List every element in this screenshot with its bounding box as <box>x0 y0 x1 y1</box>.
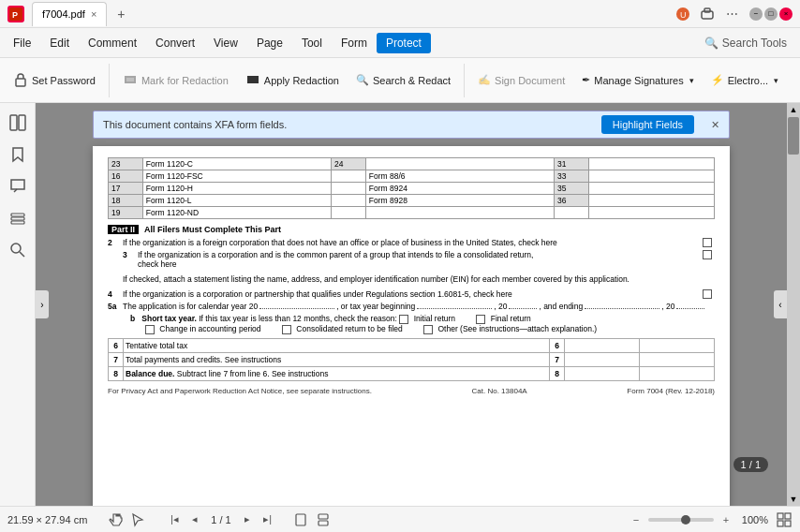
continuous-page-button[interactable] <box>314 510 333 529</box>
zoom-thumb <box>681 515 690 525</box>
close-button[interactable]: × <box>779 7 793 21</box>
svg-rect-13 <box>11 217 24 220</box>
mark-redaction-button[interactable]: Mark for Redaction <box>115 60 236 101</box>
xfa-close-button[interactable]: ✕ <box>711 119 719 131</box>
search-redact-button[interactable]: 🔍 Search & Redact <box>348 60 458 101</box>
statusbar: 21.59 × 27.94 cm |◂ ◂ 1 / 1 ▸ ▸| − <box>0 506 800 532</box>
minimize-button[interactable]: − <box>749 7 763 21</box>
maximize-button[interactable]: □ <box>764 7 778 21</box>
form-note: If checked, attach a statement listing t… <box>108 272 715 287</box>
more-options-icon[interactable]: ⋯ <box>721 4 742 24</box>
sign-document-button[interactable]: ✍ Sign Document <box>470 60 572 101</box>
new-tab-button[interactable]: + <box>111 4 131 24</box>
separator-1 <box>109 64 110 97</box>
svg-rect-6 <box>16 79 25 86</box>
svg-rect-20 <box>778 513 783 519</box>
checkbox-final[interactable] <box>476 315 485 324</box>
page-badge: 1 / 1 <box>733 457 768 472</box>
menu-file[interactable]: File <box>4 33 40 53</box>
apply-redaction-button[interactable]: Apply Redaction <box>238 60 347 101</box>
form-table-top: 23 Form 1120-C 24 31 16 Form 1120-FSC Fo… <box>108 157 715 219</box>
menu-tool[interactable]: Tool <box>292 33 332 53</box>
apply-redaction-label: Apply Redaction <box>264 75 339 86</box>
checkbox-accounting[interactable] <box>145 325 155 334</box>
checkbox-consolidated[interactable] <box>282 325 291 334</box>
svg-line-16 <box>20 252 24 257</box>
checkbox-line4[interactable] <box>703 289 712 299</box>
first-page-button[interactable]: |◂ <box>166 511 183 528</box>
menu-page[interactable]: Page <box>247 33 292 53</box>
profile-icon[interactable]: U <box>673 4 693 24</box>
menu-comment[interactable]: Comment <box>79 33 146 53</box>
menu-view[interactable]: View <box>204 33 247 53</box>
menu-edit[interactable]: Edit <box>40 33 79 53</box>
electronic-label: Electro... <box>728 75 768 86</box>
manage-signatures-button[interactable]: ✒ Manage Signatures ▾ <box>574 60 701 101</box>
scroll-up-button[interactable]: ▲ <box>787 103 800 116</box>
scroll-down-button[interactable]: ▼ <box>787 493 800 506</box>
menu-protect[interactable]: Protect <box>377 33 431 53</box>
collapse-right-button[interactable]: ‹ <box>774 290 787 318</box>
dropdown-arrow-icon: ▾ <box>689 76 694 85</box>
svg-rect-14 <box>11 221 24 224</box>
search-tools-label: Search Tools <box>722 37 787 50</box>
scroll-thumb[interactable] <box>788 117 799 155</box>
window-controls: − □ × <box>749 7 793 21</box>
menu-convert[interactable]: Convert <box>146 33 204 53</box>
menu-form[interactable]: Form <box>332 33 377 53</box>
zoom-out-button[interactable]: − <box>628 511 644 528</box>
sidebar-bookmark-icon[interactable] <box>4 140 32 169</box>
sidebar-panel-icon[interactable] <box>4 109 32 137</box>
zoom-slider[interactable] <box>648 518 714 522</box>
xfa-notification-bar: This document contains XFA form fields. … <box>93 111 730 139</box>
tab-close-btn[interactable]: × <box>91 8 96 20</box>
svg-rect-23 <box>785 521 791 526</box>
set-password-label: Set Password <box>32 75 96 86</box>
checkbox-line3[interactable] <box>703 250 712 259</box>
svg-rect-10 <box>10 115 17 130</box>
right-scrollbar[interactable]: ▲ ▼ <box>787 103 800 506</box>
sidebar-comment-icon[interactable] <box>4 172 32 200</box>
left-sidebar <box>0 103 36 506</box>
svg-rect-21 <box>785 513 791 519</box>
checkbox-other[interactable] <box>423 325 433 334</box>
next-page-button[interactable]: ▸ <box>239 511 256 528</box>
electronic-button[interactable]: ⚡ Electro... ▾ <box>704 60 786 101</box>
hand-tool-button[interactable] <box>106 510 125 529</box>
notifications-icon[interactable] <box>697 4 718 24</box>
form-line-4: 4 If the organization is a corporation o… <box>108 289 715 299</box>
part2-title: All Filers Must Complete This Part <box>144 225 281 234</box>
part2-header: Part II All Filers Must Complete This Pa… <box>108 225 715 234</box>
checkbox-initial[interactable] <box>399 315 408 324</box>
search-redact-label: Search & Redact <box>373 75 451 86</box>
collapse-left-button[interactable]: › <box>36 290 49 318</box>
select-tool-button[interactable] <box>128 510 147 529</box>
active-tab[interactable]: f7004.pdf × <box>32 2 107 26</box>
zoom-controls: − + 100% <box>628 511 768 528</box>
single-page-button[interactable] <box>291 510 310 529</box>
mark-redaction-label: Mark for Redaction <box>141 75 229 86</box>
sign-document-label: Sign Document <box>495 75 565 86</box>
scroll-track <box>787 116 800 493</box>
separator-2 <box>464 64 465 97</box>
document-scroll[interactable]: This document contains XFA form fields. … <box>36 103 787 506</box>
form-line-5a: 5a The application is for calendar year … <box>108 302 715 311</box>
fit-page-button[interactable] <box>776 511 793 528</box>
menubar: File Edit Comment Convert View Page Tool… <box>0 28 800 58</box>
search-redact-icon: 🔍 <box>356 74 369 86</box>
sidebar-layers-icon[interactable] <box>4 204 32 232</box>
sign-icon: ✍ <box>478 74 491 86</box>
set-password-button[interactable]: Set Password <box>6 60 103 101</box>
highlight-fields-button[interactable]: Highlight Fields <box>601 115 694 134</box>
last-page-button[interactable]: ▸| <box>259 511 276 528</box>
search-tools-button[interactable]: 🔍 Search Tools <box>695 33 796 53</box>
document-area: This document contains XFA form fields. … <box>36 103 787 506</box>
footer-privacy: For Privacy Act and Paperwork Reduction … <box>108 387 372 395</box>
pdf-document: 23 Form 1120-C 24 31 16 Form 1120-FSC Fo… <box>93 146 730 506</box>
manage-signatures-label: Manage Signatures <box>594 75 683 86</box>
form-line-2: 2 If the organization is a foreign corpo… <box>108 238 715 247</box>
checkbox-line2[interactable] <box>703 238 712 247</box>
sidebar-search-icon[interactable] <box>4 236 32 264</box>
prev-page-button[interactable]: ◂ <box>186 511 203 528</box>
zoom-in-button[interactable]: + <box>718 511 734 528</box>
